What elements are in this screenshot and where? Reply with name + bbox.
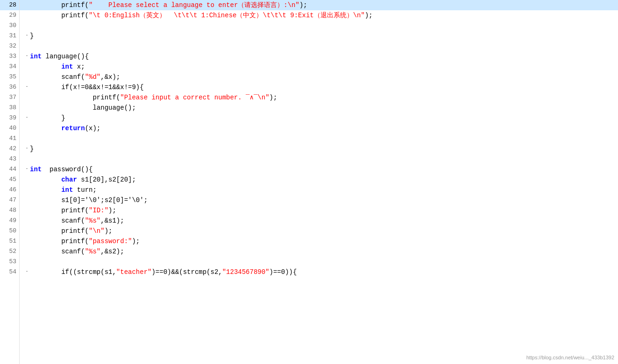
code-line-39: ⁃ } xyxy=(20,113,618,123)
token: ); xyxy=(108,205,116,216)
line-number-gutter: 2829303132333435363738394041424344454647… xyxy=(0,0,20,364)
code-line-30 xyxy=(20,21,618,31)
token: " Please select a language to enter（请选择语… xyxy=(89,0,299,10)
token: printf( xyxy=(30,226,89,236)
token: "Please input a correct number. xyxy=(120,92,242,103)
line-number-28: 28 xyxy=(0,0,19,10)
code-line-44: ⁃int password(){ xyxy=(20,164,618,175)
code-line-29: printf("\t 0:English（英文） \t\t\t 1:Chines… xyxy=(20,10,618,21)
token: x; xyxy=(73,62,85,72)
token: "ID:" xyxy=(89,205,108,216)
code-line-53 xyxy=(20,257,618,267)
line-number-48: 48 xyxy=(0,205,19,216)
token: "%s" xyxy=(85,216,101,226)
code-line-52: scanf("%s",&s2); xyxy=(20,246,618,257)
line-number-47: 47 xyxy=(0,195,19,205)
token xyxy=(30,175,61,185)
token xyxy=(30,185,61,195)
token: scanf( xyxy=(30,246,85,257)
token: turn; xyxy=(73,185,96,195)
token: printf( xyxy=(30,92,120,103)
token: printf( xyxy=(30,10,89,21)
token: "1234567890" xyxy=(222,267,270,277)
fold-gutter-54[interactable]: ⁃ xyxy=(23,267,30,277)
token: language(){ xyxy=(42,51,89,62)
fold-gutter-31[interactable]: ⁃ xyxy=(23,31,30,41)
token: )==0)&&(strcmp(s2, xyxy=(151,267,222,277)
line-number-30: 30 xyxy=(0,21,19,31)
line-number-32: 32 xyxy=(0,41,19,51)
token: language(); xyxy=(30,103,136,113)
line-number-36: 36 xyxy=(0,82,19,92)
code-line-43 xyxy=(20,154,618,164)
watermark: https://blog.csdn.net/weiu..._433b1392 xyxy=(526,355,614,360)
code-content[interactable]: printf(" Please select a language to ent… xyxy=(20,0,618,364)
token: return xyxy=(61,123,85,133)
fold-gutter-36[interactable]: ⁃ xyxy=(23,82,30,92)
code-line-42: ⁃} xyxy=(20,144,618,154)
line-number-51: 51 xyxy=(0,236,19,246)
line-number-45: 45 xyxy=(0,175,19,185)
token: "teacher" xyxy=(116,267,152,277)
token: int xyxy=(30,164,42,175)
line-number-46: 46 xyxy=(0,185,19,195)
code-line-37: printf("Please input a correct number. ‾… xyxy=(20,92,618,103)
line-number-34: 34 xyxy=(0,62,19,72)
line-number-35: 35 xyxy=(0,72,19,82)
fold-gutter-39[interactable]: ⁃ xyxy=(23,113,30,123)
fold-gutter-44[interactable]: ⁃ xyxy=(23,164,30,175)
line-number-49: 49 xyxy=(0,216,19,226)
code-line-46: int turn; xyxy=(20,185,618,195)
token: char xyxy=(61,175,77,185)
token: if(x!=0&&x!=1&&x!=9){ xyxy=(30,82,144,92)
token: password(){ xyxy=(42,164,92,175)
code-line-36: ⁃ if(x!=0&&x!=1&&x!=9){ xyxy=(20,82,618,92)
line-number-40: 40 xyxy=(0,123,19,133)
line-number-37: 37 xyxy=(0,92,19,103)
code-line-35: scanf("%d",&x); xyxy=(20,72,618,82)
code-line-41 xyxy=(20,133,618,144)
line-number-44: 44 xyxy=(0,164,19,175)
line-number-29: 29 xyxy=(0,10,19,21)
token: (x); xyxy=(85,123,101,133)
token: int xyxy=(61,185,73,195)
line-number-39: 39 xyxy=(0,113,19,123)
token: "%s" xyxy=(85,246,101,257)
token: "%d" xyxy=(85,72,101,82)
code-line-40: return(x); xyxy=(20,123,618,133)
code-line-32 xyxy=(20,41,618,51)
code-line-54: ⁃ if((strcmp(s1,"teacher")==0)&&(strcmp(… xyxy=(20,267,618,277)
line-number-31: 31 xyxy=(0,31,19,41)
code-line-28: printf(" Please select a language to ent… xyxy=(20,0,618,10)
token: s1[0]='\0';s2[0]='\0'; xyxy=(30,195,148,205)
token: ,&x); xyxy=(100,72,120,82)
fold-gutter-33[interactable]: ⁃ xyxy=(23,51,30,62)
fold-gutter-42[interactable]: ⁃ xyxy=(23,144,30,154)
token: } xyxy=(30,113,65,123)
token: printf( xyxy=(30,205,89,216)
code-editor: 2829303132333435363738394041424344454647… xyxy=(0,0,618,364)
token: int xyxy=(30,51,42,62)
token: \n" xyxy=(257,92,269,103)
token xyxy=(30,123,61,133)
line-number-52: 52 xyxy=(0,246,19,257)
token: } xyxy=(30,31,34,41)
token: printf( xyxy=(30,0,89,10)
code-line-31: ⁃} xyxy=(20,31,618,41)
token: scanf( xyxy=(30,216,85,226)
token: ); xyxy=(105,226,113,236)
token: ,&s1); xyxy=(100,216,124,226)
code-line-49: scanf("%s",&s1); xyxy=(20,216,618,226)
token: printf( xyxy=(30,236,89,246)
token: ); xyxy=(270,92,277,103)
line-number-33: 33 xyxy=(0,51,19,62)
token: int xyxy=(30,62,73,72)
line-number-42: 42 xyxy=(0,144,19,154)
token: "password:" xyxy=(89,236,132,246)
line-number-53: 53 xyxy=(0,257,19,267)
line-number-54: 54 xyxy=(0,267,19,277)
token: ); xyxy=(132,236,140,246)
token: scanf( xyxy=(30,72,85,82)
token: s1[20],s2[20]; xyxy=(77,175,136,185)
token: ‾∧‾ xyxy=(242,92,258,103)
